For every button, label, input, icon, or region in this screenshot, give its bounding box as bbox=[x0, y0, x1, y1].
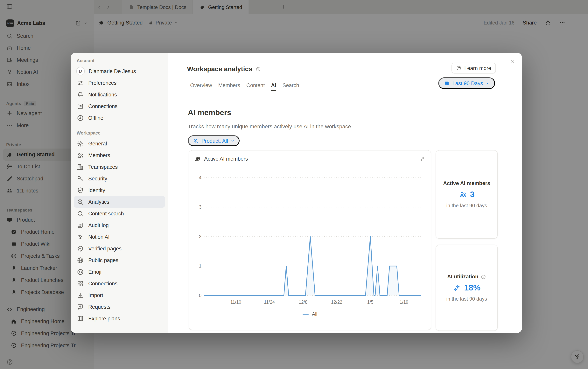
sliders-icon bbox=[77, 79, 84, 86]
settings-menu-item-label: Verified pages bbox=[88, 246, 122, 251]
settings-menu-item-label: Security bbox=[88, 175, 107, 181]
settings-menu-item-label: Emoji bbox=[88, 269, 102, 275]
zoom-in-icon bbox=[193, 138, 199, 144]
chevron-down-icon bbox=[231, 139, 235, 143]
help-circle-icon[interactable] bbox=[481, 274, 486, 279]
settings-section-workspace: Workspace bbox=[71, 128, 168, 138]
settings-tab-content[interactable]: Content bbox=[246, 80, 265, 91]
people-icon bbox=[77, 152, 84, 159]
settings-menu-item-label: Connections bbox=[88, 103, 117, 109]
settings-menu-item-connections-workspace[interactable]: Connections bbox=[74, 278, 165, 289]
active-ai-members-chart-card: 4321011/1011/2412/812/221/51/19 Active A… bbox=[189, 150, 431, 330]
x-tick-11/10: 11/10 bbox=[230, 300, 241, 305]
settings-menu-item-verified-pages[interactable]: Verified pages bbox=[74, 243, 165, 254]
section-title: AI members bbox=[188, 108, 231, 117]
settings-menu-item-general[interactable]: General bbox=[74, 138, 165, 149]
y-tick-1: 1 bbox=[199, 263, 201, 268]
stat-card-caption: in the last 90 days bbox=[446, 296, 487, 302]
settings-menu-item-label: Preferences bbox=[88, 80, 117, 86]
request-icon bbox=[77, 303, 84, 310]
settings-menu-item-requests[interactable]: Requests bbox=[74, 301, 165, 313]
badge-icon bbox=[77, 245, 84, 252]
stat-card-active-ai-members: Active AI members 3 in the last 90 days bbox=[435, 150, 498, 239]
learn-more-button[interactable]: Learn more bbox=[452, 63, 496, 73]
y-tick-2: 2 bbox=[199, 234, 201, 239]
settings-menu-item-connections-account[interactable]: Connections bbox=[74, 100, 165, 112]
people-icon bbox=[459, 190, 467, 198]
ai-face-icon bbox=[77, 233, 84, 240]
help-circle-icon bbox=[456, 65, 462, 71]
avatar: D bbox=[77, 67, 84, 75]
settings-menu-item-label: Audit log bbox=[88, 222, 109, 228]
notion-app: ACME Acme Labs Search Home Meetings bbox=[0, 0, 588, 369]
smiley-icon bbox=[77, 268, 84, 276]
x-tick-12/8: 12/8 bbox=[299, 300, 307, 305]
settings-modal: Account D Dianmarie De Jesus Preferences… bbox=[71, 53, 522, 333]
y-tick-0: 0 bbox=[199, 293, 201, 298]
chart-settings-icon[interactable] bbox=[419, 156, 425, 162]
zoom-star-icon bbox=[77, 198, 84, 205]
settings-menu-item-members[interactable]: Members bbox=[74, 149, 165, 161]
settings-menu-item-label: Identity bbox=[88, 187, 105, 193]
settings-menu-item-teamspaces[interactable]: Teamspaces bbox=[74, 161, 165, 173]
settings-menu-item-label: Public pages bbox=[88, 257, 118, 263]
settings-menu-item-label: Members bbox=[88, 152, 110, 158]
settings-tab-label: AI bbox=[271, 82, 276, 88]
settings-tab-label: Members bbox=[218, 82, 240, 88]
chart-title: Active AI members bbox=[204, 156, 248, 162]
map-icon bbox=[77, 315, 84, 322]
modal-title: Workspace analytics bbox=[187, 65, 252, 73]
legend-swatch bbox=[303, 314, 309, 315]
help-circle-icon[interactable] bbox=[256, 66, 261, 72]
settings-menu-item-account-user[interactable]: D Dianmarie De Jesus bbox=[74, 65, 165, 77]
settings-menu-item-notifications[interactable]: Notifications bbox=[74, 89, 165, 100]
settings-menu-item-emoji[interactable]: Emoji bbox=[74, 266, 165, 278]
product-filter-chip[interactable]: Product: All bbox=[188, 135, 240, 146]
y-tick-4: 4 bbox=[199, 175, 201, 180]
y-tick-3: 3 bbox=[199, 205, 201, 210]
x-tick-1/19: 1/19 bbox=[400, 300, 408, 305]
settings-menu: Account D Dianmarie De Jesus Preferences… bbox=[71, 53, 168, 333]
settings-tab-label: Search bbox=[282, 82, 299, 88]
settings-menu-item-notion-ai[interactable]: Notion AI bbox=[74, 231, 165, 243]
chart-legend: All bbox=[189, 311, 431, 317]
settings-tab-overview[interactable]: Overview bbox=[190, 80, 212, 91]
settings-menu-item-explore-plans[interactable]: Explore plans bbox=[74, 313, 165, 324]
arrow-out-icon bbox=[77, 102, 84, 110]
download-icon bbox=[77, 291, 84, 299]
settings-tab-search[interactable]: Search bbox=[282, 80, 299, 91]
settings-menu-item-public-pages[interactable]: Public pages bbox=[74, 254, 165, 266]
settings-menu-item-label: Notion AI bbox=[88, 234, 110, 240]
stat-card-ai-utilization: AI utilization 18% in the last 90 days bbox=[435, 245, 498, 331]
settings-tab-members[interactable]: Members bbox=[218, 80, 240, 91]
settings-menu-item-preferences[interactable]: Preferences bbox=[74, 77, 165, 89]
settings-menu-item-content-search[interactable]: Content search bbox=[74, 208, 165, 219]
settings-content: Workspace analytics Learn more OverviewM… bbox=[168, 53, 522, 333]
search-icon bbox=[77, 210, 84, 217]
x-tick-12/22: 12/22 bbox=[331, 300, 342, 305]
settings-menu-item-identity[interactable]: Identity bbox=[74, 184, 165, 196]
settings-menu-item-label: Offline bbox=[88, 115, 103, 121]
bell-icon bbox=[77, 91, 84, 98]
settings-menu-item-analytics[interactable]: Analytics bbox=[74, 196, 165, 208]
settings-menu-item-offline[interactable]: Offline bbox=[74, 112, 165, 124]
shield-icon bbox=[77, 186, 84, 194]
x-tick-11/24: 11/24 bbox=[264, 300, 275, 305]
scroll-icon bbox=[77, 221, 84, 229]
stat-card-title: AI utilization bbox=[447, 274, 478, 280]
date-range-filter[interactable]: Last 90 Days bbox=[438, 77, 495, 89]
stat-card-caption: in the last 90 days bbox=[446, 203, 487, 208]
close-icon[interactable] bbox=[509, 59, 516, 65]
x-tick-1/5: 1/5 bbox=[367, 300, 373, 305]
settings-tab-ai[interactable]: AI bbox=[271, 80, 276, 91]
building-icon bbox=[77, 163, 84, 171]
gear-icon bbox=[77, 140, 84, 147]
settings-menu-item-import[interactable]: Import bbox=[74, 289, 165, 301]
settings-menu-item-audit-log[interactable]: Audit log bbox=[74, 219, 165, 231]
settings-menu-item-label: Notifications bbox=[88, 92, 117, 97]
settings-menu-item-label: Connections bbox=[88, 281, 117, 286]
settings-menu-item-label: Requests bbox=[88, 304, 110, 310]
settings-menu-item-security[interactable]: Security bbox=[74, 173, 165, 184]
settings-menu-item-label: General bbox=[88, 141, 107, 146]
stat-card-value: 18% bbox=[464, 283, 480, 292]
